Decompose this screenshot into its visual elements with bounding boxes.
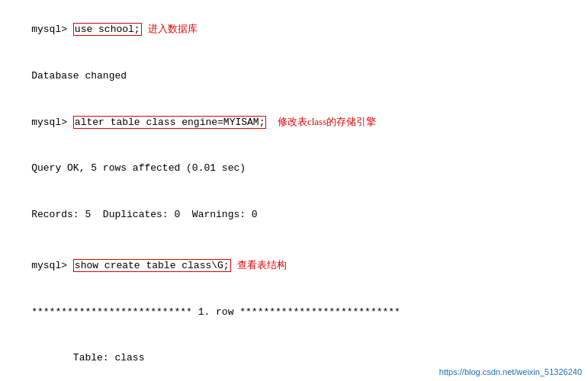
line-1: mysql> use school;进入数据库 [8,6,580,53]
text-2: Database changed [31,70,127,82]
text-table: Table: class [31,352,144,363]
terminal: mysql> use school;进入数据库 Database changed… [0,0,588,381]
line-6: mysql> show create table class\G;查看表结构 [8,242,580,289]
line-2: Database changed [8,53,580,98]
text-5: Records: 5 Duplicates: 0 Warnings: 0 [31,209,257,220]
line-3: mysql> alter table class engine=MYISAM; … [8,99,580,146]
annotation-6: 查看表结构 [237,259,287,271]
line-5: Records: 5 Duplicates: 0 Warnings: 0 [8,192,580,238]
cmd-6: show create table class\G; [73,259,231,272]
text-stars: *************************** 1. row *****… [31,306,400,318]
annotation-3: 修改表class的存储引擎 [272,116,376,127]
line-stars: *************************** 1. row *****… [8,290,580,335]
watermark: https://blog.csdn.net/weixin_51326240 [439,367,582,376]
line-4: Query OK, 5 rows affected (0.01 sec) [8,146,580,191]
prompt-1: mysql> [31,24,73,35]
prompt-3: mysql> [31,117,73,128]
annotation-1: 进入数据库 [148,23,198,34]
text-4: Query OK, 5 rows affected (0.01 sec) [31,162,246,174]
cmd-3: alter table class engine=MYISAM; [73,116,267,129]
cmd-1: use school; [73,23,142,36]
prompt-6: mysql> [31,260,73,271]
